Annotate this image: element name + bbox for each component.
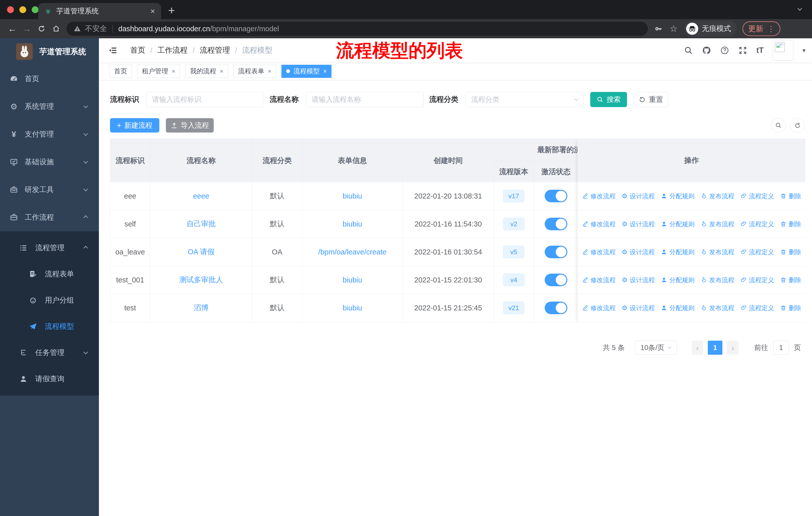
next-page-button[interactable]: › — [727, 341, 738, 355]
refresh-icon[interactable] — [790, 118, 805, 133]
active-toggle[interactable] — [545, 274, 567, 286]
form-info-link[interactable]: biubiu — [343, 220, 362, 228]
home-icon[interactable] — [49, 25, 63, 33]
browser-tab[interactable]: 芋道管理系统 × — [38, 3, 161, 19]
tab-close-icon[interactable]: × — [150, 7, 155, 15]
active-toggle[interactable] — [545, 190, 567, 202]
action-link[interactable]: 流程定义 — [740, 248, 774, 256]
font-size-icon[interactable]: tT — [756, 46, 764, 55]
action-link[interactable]: 流程定义 — [740, 192, 774, 200]
action-link[interactable]: 分配规则 — [661, 192, 694, 200]
active-toggle[interactable] — [545, 218, 567, 230]
tag-chip[interactable]: 首页 — [109, 65, 132, 78]
search-icon[interactable] — [684, 46, 693, 55]
tab-overflow-chevron-icon[interactable] — [798, 6, 802, 10]
page-size-select[interactable]: 10条/页 — [635, 341, 676, 355]
browser-update-button[interactable]: 更新 ⋮ — [743, 21, 780, 36]
action-link[interactable]: ⚙设计流程 — [622, 304, 655, 312]
action-link[interactable]: 修改流程 — [582, 248, 616, 256]
delete-link[interactable]: 删除 — [780, 248, 801, 256]
prev-page-button[interactable]: ‹ — [692, 341, 703, 355]
sidebar-collapse-icon[interactable] — [108, 46, 118, 55]
filter-category-select[interactable]: 流程分类 — [465, 92, 584, 107]
action-link[interactable]: 修改流程 — [582, 220, 616, 228]
security-label[interactable]: 不安全 — [85, 24, 107, 34]
tag-close-icon[interactable]: × — [323, 68, 327, 75]
action-link[interactable]: 流程定义 — [740, 220, 774, 228]
active-toggle[interactable] — [545, 246, 567, 258]
action-link[interactable]: 修改流程 — [582, 304, 616, 312]
filter-name-input[interactable] — [306, 92, 424, 107]
delete-link[interactable]: 删除 — [780, 276, 801, 284]
sidebar-item[interactable]: 基础设施 — [0, 148, 99, 176]
action-link[interactable]: 分配规则 — [661, 276, 694, 284]
action-link[interactable]: 流程定义 — [740, 276, 774, 284]
caret-down-icon[interactable]: ▾ — [803, 47, 806, 54]
sidebar-item[interactable]: 工作流程 — [0, 203, 99, 231]
delete-link[interactable]: 删除 — [780, 192, 801, 200]
form-info-link[interactable]: biubiu — [343, 276, 362, 284]
github-icon[interactable] — [702, 46, 711, 55]
user-avatar[interactable] — [773, 40, 793, 61]
action-link[interactable]: 发布流程 — [700, 192, 734, 200]
action-link[interactable]: 发布流程 — [700, 248, 734, 256]
breadcrumb-item[interactable]: 流程管理 — [200, 45, 230, 55]
action-link[interactable]: 分配规则 — [661, 220, 694, 228]
sidebar-logo[interactable]: 芋道管理系统 — [0, 38, 99, 65]
action-link[interactable]: ⚙设计流程 — [622, 248, 655, 256]
form-info-link[interactable]: /bpm/oa/leave/create — [318, 248, 387, 256]
action-link[interactable]: 修改流程 — [582, 276, 616, 284]
browser-menu-icon[interactable]: ⋮ — [767, 24, 775, 33]
bookmark-star-icon[interactable]: ☆ — [670, 23, 677, 34]
sidebar-item[interactable]: 请假查询 — [0, 366, 99, 392]
delete-link[interactable]: 删除 — [780, 220, 801, 228]
zoom-window-button[interactable] — [32, 6, 38, 13]
page-number-button[interactable]: 1 — [708, 341, 722, 355]
key-icon[interactable] — [655, 24, 663, 33]
action-link[interactable]: 分配规则 — [661, 304, 694, 312]
breadcrumb-item[interactable]: 首页 — [130, 45, 145, 55]
search-button[interactable]: 搜索 — [590, 92, 627, 107]
tag-chip[interactable]: 流程模型× — [282, 65, 331, 78]
action-link[interactable]: ⚙设计流程 — [622, 192, 655, 200]
tag-close-icon[interactable]: × — [172, 68, 175, 75]
tag-chip[interactable]: 租户管理× — [137, 65, 180, 78]
process-name-link[interactable]: eeee — [193, 192, 209, 200]
url-text[interactable]: dashboard.yudao.iocoder.cn/bpm/manager/m… — [118, 25, 279, 33]
back-icon[interactable]: ← — [5, 23, 20, 34]
reset-button[interactable]: 重置 — [634, 92, 668, 107]
process-name-link[interactable]: 自己审批 — [186, 219, 216, 229]
table-scroll-area[interactable]: 流程标识 流程名称 流程分类 表单信息 创建时间 最新部署的流程定义 流程版本 … — [110, 139, 577, 323]
goto-page-input[interactable] — [773, 341, 789, 355]
reload-icon[interactable] — [34, 25, 49, 33]
process-name-link[interactable]: 测试多审批人 — [179, 275, 223, 285]
sidebar-item[interactable]: 流程管理 — [0, 235, 99, 261]
action-link[interactable]: 发布流程 — [700, 220, 734, 228]
action-link[interactable]: ⚙设计流程 — [622, 276, 655, 284]
sidebar-item[interactable]: 流程模型 — [0, 314, 99, 340]
action-link[interactable]: 发布流程 — [700, 276, 734, 284]
help-icon[interactable] — [720, 46, 729, 55]
address-bar[interactable]: 不安全 dashboard.yudao.iocoder.cn/bpm/manag… — [66, 22, 648, 36]
action-link[interactable]: 流程定义 — [740, 304, 774, 312]
tag-close-icon[interactable]: × — [220, 68, 223, 75]
traffic-lights[interactable] — [7, 6, 38, 13]
sidebar-item[interactable]: 研发工具 — [0, 176, 99, 203]
minimize-window-button[interactable] — [19, 6, 26, 13]
close-window-button[interactable] — [7, 6, 14, 13]
sidebar-item[interactable]: ⚙系统管理 — [0, 93, 99, 120]
new-tab-button[interactable]: + — [168, 3, 175, 17]
import-process-button[interactable]: 导入流程 — [166, 118, 214, 133]
action-link[interactable]: 修改流程 — [582, 192, 616, 200]
fullscreen-icon[interactable] — [738, 46, 747, 55]
show-search-icon[interactable] — [771, 118, 786, 133]
breadcrumb-item[interactable]: 工作流程 — [157, 45, 187, 55]
tag-close-icon[interactable]: × — [268, 68, 271, 75]
delete-link[interactable]: 删除 — [780, 304, 801, 312]
action-link[interactable]: ⚙设计流程 — [622, 220, 655, 228]
form-info-link[interactable]: biubiu — [343, 304, 362, 312]
sidebar-item[interactable]: 任务管理 — [0, 340, 99, 366]
tag-chip[interactable]: 流程表单× — [233, 65, 276, 78]
process-name-link[interactable]: OA 请假 — [188, 247, 214, 257]
sidebar-item[interactable]: 流程表单 — [0, 261, 99, 287]
